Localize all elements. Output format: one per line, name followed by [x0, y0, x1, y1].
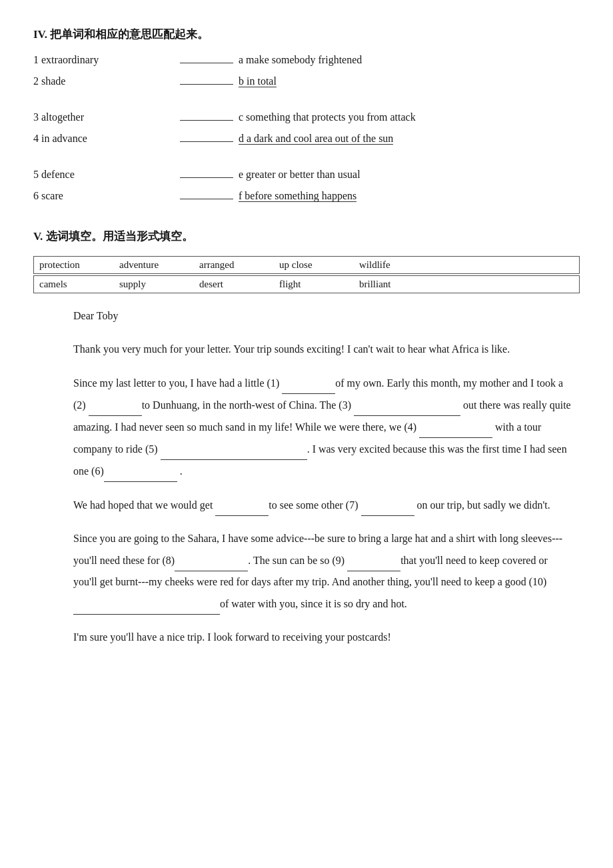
section-v-title: V. 选词填空。用适当形式填空。	[33, 229, 580, 244]
matching-row-1: 1 extraordinary a make somebody frighten…	[33, 54, 580, 66]
letter-para4: Since you are going to the Sahara, I hav…	[73, 528, 573, 615]
matching-row-4: 4 in advance d a dark and cool area out …	[33, 133, 580, 145]
word-2: 2 shade	[33, 75, 180, 87]
blank-2	[180, 84, 233, 85]
matching-row-2: 2 shade b in total	[33, 75, 580, 87]
wb-supply: supply	[119, 279, 199, 290]
blank-para2-5	[161, 438, 307, 460]
blank-para3-1	[215, 494, 269, 516]
wb-flight: flight	[279, 279, 359, 290]
matching-row-5: 5 defence e greater or better than usual	[33, 169, 580, 181]
def-2: b in total	[239, 75, 580, 87]
section-iv: IV. 把单词和相应的意思匹配起来。 1 extraordinary a mak…	[33, 27, 580, 202]
wb-arranged: arranged	[199, 259, 279, 271]
def-1: a make somebody frightened	[239, 54, 580, 66]
section-v: V. 选词填空。用适当形式填空。 protection adventure ar…	[33, 229, 580, 648]
letter-para1: Thank you very much for your letter. You…	[73, 339, 573, 360]
blank-5	[180, 177, 233, 178]
wb-camels: camels	[39, 279, 119, 290]
def-3: c something that protects you from attac…	[239, 111, 580, 123]
blank-4	[180, 141, 233, 142]
blank-para2-4	[419, 416, 492, 438]
word-bank-row-1: protection adventure arranged up close w…	[33, 256, 580, 274]
word-4: 4 in advance	[33, 133, 180, 145]
wb-wildlife: wildlife	[359, 259, 439, 271]
blank-para2-3	[354, 394, 460, 416]
word-bank-row-2: camels supply desert flight brilliant	[33, 275, 580, 293]
blank-para4-2	[347, 549, 400, 571]
def-5: e greater or better than usual	[239, 169, 580, 181]
wb-adventure: adventure	[119, 259, 199, 271]
word-5: 5 defence	[33, 169, 180, 181]
word-3: 3 altogether	[33, 111, 180, 123]
blank-para2-1	[282, 372, 335, 394]
def-6: f before something happens	[239, 190, 580, 202]
letter-body: Dear Toby Thank you very much for your l…	[33, 305, 580, 648]
blank-para4-1	[175, 549, 248, 571]
blank-para4-3	[73, 593, 220, 615]
blank-1	[180, 63, 233, 63]
wb-desert: desert	[199, 279, 279, 290]
matching-row-3: 3 altogether c something that protects y…	[33, 111, 580, 123]
blank-6	[180, 199, 233, 199]
blank-para2-6	[104, 460, 177, 482]
blank-3	[180, 120, 233, 121]
word-6: 6 scare	[33, 190, 180, 202]
letter-closing: I'm sure you'll have a nice trip. I look…	[73, 627, 573, 648]
word-1: 1 extraordinary	[33, 54, 180, 66]
section-iv-title: IV. 把单词和相应的意思匹配起来。	[33, 27, 580, 42]
wb-up-close: up close	[279, 259, 359, 271]
matching-row-6: 6 scare f before something happens	[33, 190, 580, 202]
letter-para3: We had hoped that we would get to see so…	[73, 494, 573, 516]
def-4: d a dark and cool area out of the sun	[239, 133, 580, 145]
blank-para2-2	[89, 394, 142, 416]
blank-para3-2	[361, 494, 414, 516]
letter-para2: Since my last letter to you, I have had …	[73, 372, 573, 482]
wb-brilliant: brilliant	[359, 279, 439, 290]
wb-protection: protection	[39, 259, 119, 271]
letter-salutation: Dear Toby	[73, 305, 573, 327]
